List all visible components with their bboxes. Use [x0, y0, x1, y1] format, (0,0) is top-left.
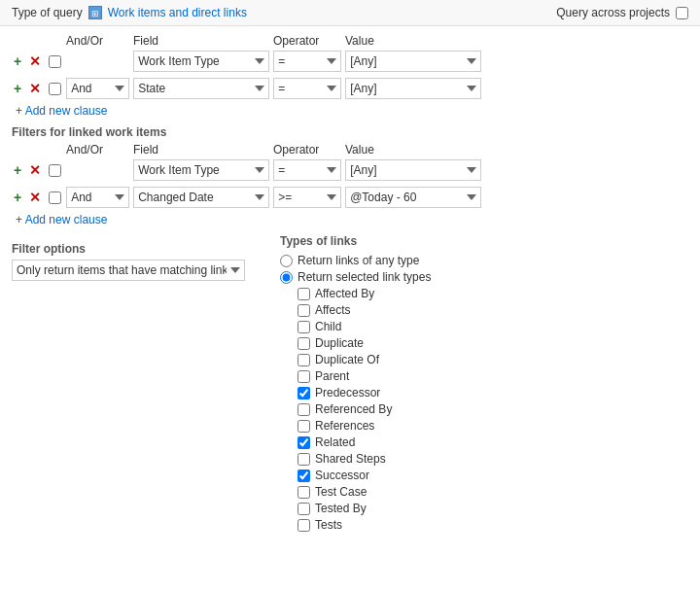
radio-selected[interactable]: [280, 271, 293, 284]
top-andor-2[interactable]: And Or: [66, 78, 129, 99]
linked-col-headers: And/Or Field Operator Value: [12, 143, 688, 156]
link-checkbox-label-2: Child: [315, 320, 341, 333]
top-remove-btn-1[interactable]: ✕: [27, 54, 43, 68]
col-header-andor-top: And/Or: [66, 34, 129, 48]
linked-check-2[interactable]: [49, 191, 61, 204]
radio-any[interactable]: [280, 255, 293, 267]
col-header-andor-linked: And/Or: [66, 143, 129, 156]
link-checkbox-successor[interactable]: [298, 469, 310, 482]
filter-options-label: Filter options: [12, 242, 264, 256]
linked-op-2[interactable]: >=: [273, 187, 341, 208]
link-checkbox-references[interactable]: [298, 420, 310, 433]
linked-op-1[interactable]: =: [273, 159, 341, 181]
top-value-2[interactable]: [Any]: [345, 78, 481, 99]
link-checkbox-item-2: Child: [298, 320, 688, 333]
link-checkbox-affected-by[interactable]: [298, 288, 310, 300]
link-checkbox-item-10: Shared Steps: [298, 452, 688, 466]
query-type-row: Type of query ⊞ Work items and direct li…: [12, 6, 247, 19]
query-across-row: Query across projects: [556, 6, 688, 19]
link-checkbox-item-5: Parent: [298, 369, 688, 383]
radio-item-selected: Return selected link types: [280, 270, 688, 284]
linked-add-btn-2[interactable]: +: [12, 191, 23, 204]
link-checkbox-item-7: Referenced By: [298, 402, 688, 416]
col-header-val-top: Value: [345, 34, 481, 48]
link-checkbox-item-8: References: [298, 419, 688, 433]
link-checkbox-test-case[interactable]: [298, 486, 310, 499]
linked-value-1[interactable]: [Any]: [345, 159, 481, 181]
top-field-2[interactable]: State: [133, 78, 269, 99]
link-checkbox-label-6: Predecessor: [315, 386, 380, 400]
link-checkbox-label-8: References: [315, 419, 374, 433]
linked-add-clause-link[interactable]: + Add new clause: [16, 213, 107, 226]
top-col-headers: And/Or Field Operator Value: [12, 34, 688, 48]
linked-remove-btn-2[interactable]: ✕: [27, 191, 43, 204]
linked-remove-btn-1[interactable]: ✕: [27, 163, 43, 177]
link-checkbox-item-0: Affected By: [298, 287, 688, 300]
filter-options-select[interactable]: Only return items that have matching lin…: [12, 260, 245, 281]
top-row-2: + ✕ And Or State = [Any]: [12, 77, 688, 100]
link-checkbox-related[interactable]: [298, 436, 310, 449]
link-checkbox-label-7: Referenced By: [315, 402, 392, 416]
link-checkbox-item-1: Affects: [298, 303, 688, 317]
link-checkbox-label-11: Successor: [315, 469, 369, 482]
top-op-2[interactable]: =: [273, 78, 341, 99]
linked-field-2[interactable]: Changed Date: [133, 187, 269, 208]
linked-add-btn-1[interactable]: +: [12, 163, 23, 177]
link-checkbox-label-12: Test Case: [315, 485, 367, 499]
link-checkbox-item-12: Test Case: [298, 485, 688, 499]
radio-any-label: Return links of any type: [298, 254, 419, 267]
col-header-op-linked: Operator: [273, 143, 341, 156]
top-remove-btn-2[interactable]: ✕: [27, 82, 43, 95]
link-checkbox-duplicate-of[interactable]: [298, 354, 310, 366]
link-checkbox-label-1: Affects: [315, 303, 350, 317]
link-checkbox-predecessor[interactable]: [298, 387, 310, 400]
linked-add-clause-row: + Add new clause: [12, 213, 688, 226]
types-of-links-section: Types of links Return links of any type …: [280, 234, 688, 535]
link-checkbox-affects[interactable]: [298, 304, 310, 317]
link-checkbox-label-10: Shared Steps: [315, 452, 386, 466]
link-checkbox-child[interactable]: [298, 321, 310, 333]
top-op-1[interactable]: =: [273, 51, 341, 72]
top-field-1[interactable]: Work Item Type: [133, 51, 269, 72]
link-checkbox-shared-steps[interactable]: [298, 453, 310, 466]
top-check-1[interactable]: [49, 55, 61, 68]
linked-andor-2[interactable]: And Or: [66, 187, 129, 208]
link-checkbox-item-9: Related: [298, 435, 688, 449]
link-checkbox-label-14: Tests: [315, 518, 342, 532]
link-checkbox-item-13: Tested By: [298, 502, 688, 515]
link-checkbox-tests[interactable]: [298, 519, 310, 532]
link-checkbox-item-11: Successor: [298, 469, 688, 482]
link-checkbox-parent[interactable]: [298, 370, 310, 383]
link-checkbox-label-0: Affected By: [315, 287, 374, 300]
linked-row-1: + ✕ Work Item Type = [Any]: [12, 158, 688, 182]
top-value-1[interactable]: [Any]: [345, 51, 481, 72]
top-check-2[interactable]: [49, 83, 61, 95]
link-type-radio-group: Return links of any type Return selected…: [280, 254, 688, 284]
link-checkbox-label-5: Parent: [315, 369, 349, 383]
table-icon: ⊞: [88, 6, 102, 19]
col-header-op-top: Operator: [273, 34, 341, 48]
link-checkbox-tested-by[interactable]: [298, 503, 310, 515]
top-add-clause-row: + Add new clause: [12, 104, 688, 118]
linked-field-1[interactable]: Work Item Type: [133, 159, 269, 181]
link-checkbox-duplicate[interactable]: [298, 337, 310, 350]
bottom-section: Filter options Only return items that ha…: [0, 234, 700, 535]
col-header-val-linked: Value: [345, 143, 481, 156]
linked-row-2: + ✕ And Or Changed Date >= @Today - 60: [12, 186, 688, 209]
link-checkbox-item-4: Duplicate Of: [298, 353, 688, 366]
top-add-btn-1[interactable]: +: [12, 54, 23, 68]
link-checkbox-referenced-by[interactable]: [298, 403, 310, 416]
linked-value-2[interactable]: @Today - 60: [345, 187, 481, 208]
types-of-links-title: Types of links: [280, 234, 688, 248]
query-across-label: Query across projects: [556, 6, 670, 19]
linked-check-1[interactable]: [49, 164, 61, 177]
top-add-clause-link[interactable]: + Add new clause: [16, 104, 107, 118]
query-type-value[interactable]: Work items and direct links: [108, 6, 247, 19]
link-checkbox-item-14: Tests: [298, 518, 688, 532]
top-row-1: + ✕ Work Item Type = [Any]: [12, 50, 688, 73]
link-checkbox-label-4: Duplicate Of: [315, 353, 379, 366]
radio-selected-label: Return selected link types: [298, 270, 431, 284]
top-add-btn-2[interactable]: +: [12, 82, 23, 95]
query-across-checkbox[interactable]: [676, 7, 688, 19]
filter-options-section: Filter options Only return items that ha…: [12, 242, 264, 535]
